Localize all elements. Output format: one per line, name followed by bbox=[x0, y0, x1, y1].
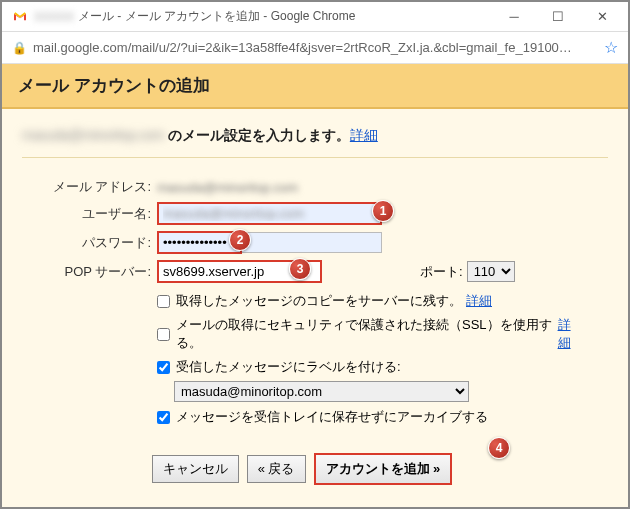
label-label: 受信したメッセージにラベルを付ける: bbox=[176, 358, 401, 376]
archive-checkbox[interactable] bbox=[157, 411, 170, 424]
form-panel: masuda@minoritop.com のメール設定を入力します。詳細 メール… bbox=[2, 109, 628, 509]
badge-2: 2 bbox=[229, 229, 251, 251]
chrome-window: XXXXX メール - メール アカウントを追加 - Google Chrome… bbox=[0, 0, 630, 509]
maximize-button[interactable]: ☐ bbox=[536, 3, 580, 31]
address-bar: 🔒 mail.google.com/mail/u/2/?ui=2&ik=13a5… bbox=[2, 32, 628, 64]
window-title: メール - メール アカウントを追加 - Google Chrome bbox=[78, 8, 492, 25]
opt-label: 受信したメッセージにラベルを付ける: bbox=[22, 355, 582, 379]
page-heading: メール アカウントの追加 bbox=[18, 74, 612, 97]
opt-label-select-row: masuda@minoritop.com bbox=[22, 379, 582, 405]
ssl-checkbox[interactable] bbox=[157, 328, 170, 341]
close-button[interactable]: ✕ bbox=[580, 3, 624, 31]
opt-archive: メッセージを受信トレイに保存せずにアーカイブする bbox=[22, 405, 582, 429]
opt-leave-copy: 取得したメッセージのコピーをサーバーに残す。 詳細 bbox=[22, 289, 582, 313]
intro-line: masuda@minoritop.com のメール設定を入力します。詳細 bbox=[22, 127, 608, 158]
form: メール アドレス: masuda@minoritop.com ユーザー名: 1 … bbox=[22, 178, 582, 485]
label-password: パスワード: bbox=[22, 234, 157, 252]
badge-1: 1 bbox=[372, 200, 394, 222]
label-select[interactable]: masuda@minoritop.com bbox=[174, 381, 469, 402]
back-button[interactable]: « 戻る bbox=[247, 455, 306, 483]
actions-row: キャンセル « 戻る アカウントを追加 » 4 bbox=[22, 453, 582, 485]
leave-copy-label: 取得したメッセージのコピーをサーバーに残す。 bbox=[176, 292, 462, 310]
label-username: ユーザー名: bbox=[22, 205, 157, 223]
leave-copy-checkbox[interactable] bbox=[157, 295, 170, 308]
label-pop: POP サーバー: bbox=[22, 263, 157, 281]
page-content: メール アカウントの追加 masuda@minoritop.com のメール設定… bbox=[2, 64, 628, 507]
username-input[interactable] bbox=[157, 202, 382, 225]
intro-email-blur: masuda@minoritop.com bbox=[22, 127, 164, 143]
lock-icon: 🔒 bbox=[12, 41, 27, 55]
email-value: masuda@minoritop.com bbox=[157, 180, 298, 195]
bookmark-icon[interactable]: ☆ bbox=[604, 38, 618, 57]
titlebar: XXXXX メール - メール アカウントを追加 - Google Chrome… bbox=[2, 2, 628, 32]
url-text[interactable]: mail.google.com/mail/u/2/?ui=2&ik=13a58f… bbox=[33, 40, 596, 55]
badge-4: 4 bbox=[488, 437, 510, 459]
minimize-button[interactable]: ─ bbox=[492, 3, 536, 31]
account-blur: XXXXX bbox=[34, 10, 74, 24]
label-email: メール アドレス: bbox=[22, 178, 157, 196]
add-account-button[interactable]: アカウントを追加 » bbox=[314, 453, 453, 485]
intro-detail-link[interactable]: 詳細 bbox=[350, 127, 378, 143]
label-port: ポート: bbox=[420, 263, 463, 281]
intro-text: のメール設定を入力します。 bbox=[164, 127, 350, 143]
page-header: メール アカウントの追加 bbox=[2, 64, 628, 109]
label-checkbox[interactable] bbox=[157, 361, 170, 374]
cancel-button[interactable]: キャンセル bbox=[152, 455, 239, 483]
gmail-favicon bbox=[12, 9, 28, 25]
password-input-ext[interactable] bbox=[242, 232, 382, 253]
badge-3: 3 bbox=[289, 258, 311, 280]
archive-label: メッセージを受信トレイに保存せずにアーカイブする bbox=[176, 408, 488, 426]
ssl-detail-link[interactable]: 詳細 bbox=[558, 316, 582, 352]
leave-copy-detail-link[interactable]: 詳細 bbox=[466, 292, 492, 310]
port-select[interactable]: 110 bbox=[467, 261, 515, 282]
opt-ssl: メールの取得にセキュリティで保護された接続（SSL）を使用する。 詳細 bbox=[22, 313, 582, 355]
ssl-label: メールの取得にセキュリティで保護された接続（SSL）を使用する。 bbox=[176, 316, 554, 352]
